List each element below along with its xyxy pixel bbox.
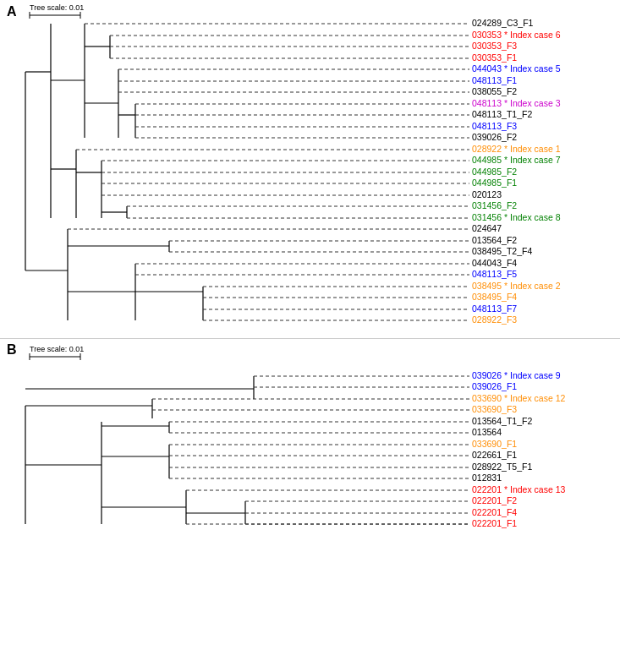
svg-text:020123: 020123 — [472, 189, 502, 199]
svg-text:038495_F4: 038495_F4 — [472, 292, 517, 302]
svg-text:038495 * Index case 2: 038495 * Index case 2 — [472, 281, 561, 291]
svg-text:033690 * Index case 12: 033690 * Index case 12 — [472, 393, 565, 403]
svg-text:022201_F1: 022201_F1 — [472, 518, 517, 528]
svg-text:033690_F3: 033690_F3 — [472, 404, 517, 414]
svg-text:048113_T1_F2: 048113_T1_F2 — [472, 109, 532, 119]
svg-text:030353 * Index case 6: 030353 * Index case 6 — [472, 30, 561, 40]
svg-text:013564: 013564 — [472, 427, 502, 437]
svg-text:022661_F1: 022661_F1 — [472, 450, 517, 460]
svg-text:024647: 024647 — [472, 223, 502, 233]
svg-text:Tree scale: 0.01: Tree scale: 0.01 — [30, 345, 84, 353]
svg-text:031456_F2: 031456_F2 — [472, 200, 517, 210]
svg-text:024289_C3_F1: 024289_C3_F1 — [472, 18, 534, 28]
svg-text:033690_F1: 033690_F1 — [472, 439, 517, 449]
svg-text:039026_F1: 039026_F1 — [472, 381, 517, 391]
svg-text:030353_F3: 030353_F3 — [472, 41, 517, 51]
svg-text:028922 * Index case 1: 028922 * Index case 1 — [472, 144, 561, 154]
svg-text:038055_F2: 038055_F2 — [472, 86, 517, 96]
svg-text:Tree scale: 0.01: Tree scale: 0.01 — [30, 3, 84, 12]
svg-text:044985_F1: 044985_F1 — [472, 178, 517, 188]
svg-text:012831: 012831 — [472, 473, 502, 483]
svg-text:048113_F7: 048113_F7 — [472, 303, 517, 314]
svg-text:013564_F2: 013564_F2 — [472, 235, 517, 245]
panel-b: B Tree scale: 0.01 — [0, 338, 620, 672]
svg-text:044043 * Index case 5: 044043 * Index case 5 — [472, 63, 561, 74]
svg-text:039026_F2: 039026_F2 — [472, 132, 517, 142]
svg-text:038495_T2_F4: 038495_T2_F4 — [472, 246, 532, 256]
svg-text:044985_F2: 044985_F2 — [472, 167, 517, 177]
svg-text:048113_F3: 048113_F3 — [472, 121, 517, 131]
svg-text:022201 * Index case 13: 022201 * Index case 13 — [472, 484, 565, 494]
svg-text:028922_T5_F1: 028922_T5_F1 — [472, 462, 532, 472]
svg-text:044985 * Index case 7: 044985 * Index case 7 — [472, 155, 561, 165]
svg-text:048113 * Index case 3: 048113 * Index case 3 — [472, 98, 561, 108]
svg-text:044043_F4: 044043_F4 — [472, 258, 517, 268]
svg-text:022201_F4: 022201_F4 — [472, 507, 517, 517]
svg-text:030353_F1: 030353_F1 — [472, 52, 517, 63]
svg-text:039026 * Index case 9: 039026 * Index case 9 — [472, 370, 561, 380]
svg-text:022201_F2: 022201_F2 — [472, 495, 517, 505]
svg-text:031456 * Index case 8: 031456 * Index case 8 — [472, 212, 561, 222]
svg-text:013564_T1_F2: 013564_T1_F2 — [472, 416, 532, 426]
svg-text:028922_F3: 028922_F3 — [472, 314, 517, 325]
svg-text:048113_F1: 048113_F1 — [472, 75, 517, 85]
svg-text:048113_F5: 048113_F5 — [472, 269, 517, 279]
panel-a: A Tree scale: 0.01 — [0, 0, 620, 342]
